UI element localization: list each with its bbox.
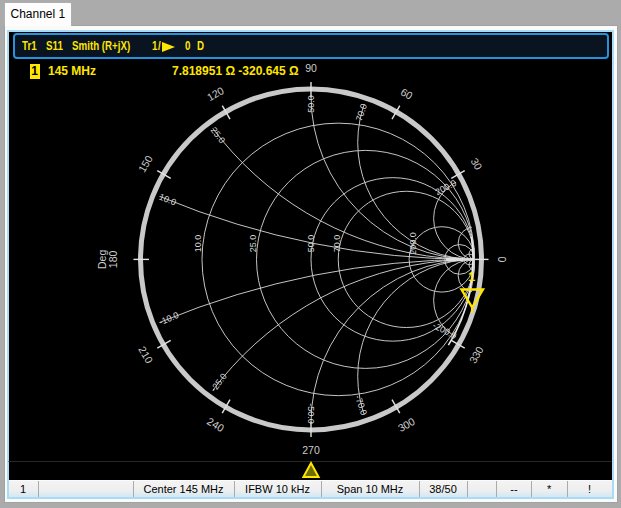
- svg-text:330: 330: [466, 344, 485, 365]
- svg-text:25.0: 25.0: [248, 235, 258, 253]
- svg-text:Deg180: Deg180: [96, 250, 119, 269]
- svg-text:90: 90: [305, 62, 317, 74]
- svg-text:30: 30: [469, 156, 485, 172]
- svg-text:150: 150: [136, 153, 155, 174]
- svg-text:200.0: 200.0: [434, 178, 459, 197]
- svg-text:-50.0: -50.0: [306, 403, 316, 424]
- svg-text:-10.0: -10.0: [157, 310, 180, 327]
- svg-text:120: 120: [205, 84, 226, 103]
- svg-text:70.0: 70.0: [332, 235, 342, 253]
- svg-text:50.0: 50.0: [306, 235, 316, 253]
- svg-text:1: 1: [468, 269, 475, 284]
- svg-text:70.0: 70.0: [354, 102, 369, 122]
- svg-text:10.0: 10.0: [158, 192, 178, 208]
- svg-text:60: 60: [399, 86, 415, 102]
- svg-text:10.0: 10.0: [193, 235, 203, 253]
- svg-text:25.0: 25.0: [209, 125, 228, 145]
- svg-text:270: 270: [302, 444, 320, 456]
- svg-text:0: 0: [496, 256, 508, 262]
- svg-text:300: 300: [396, 415, 417, 434]
- svg-text:50.0: 50.0: [306, 95, 316, 113]
- svg-text:210: 210: [136, 344, 155, 365]
- svg-text:200.0: 200.0: [408, 232, 418, 255]
- svg-text:-70.0: -70.0: [353, 394, 369, 417]
- svg-text:240: 240: [205, 415, 226, 434]
